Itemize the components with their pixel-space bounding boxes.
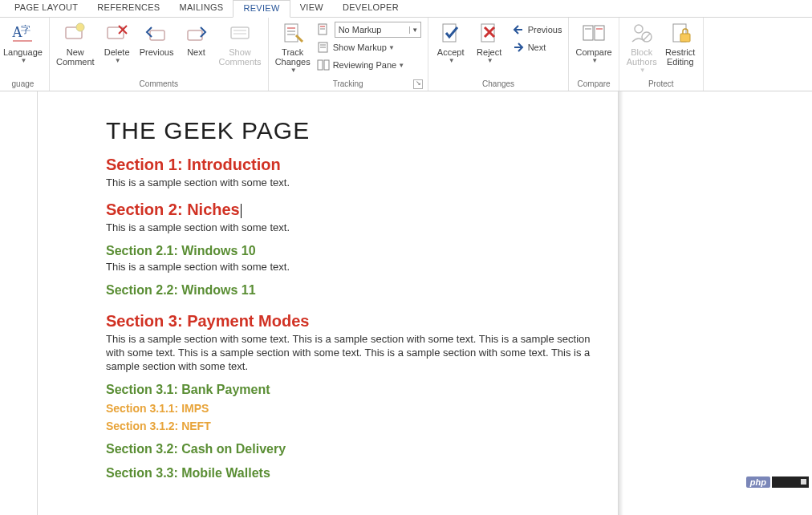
- document-title: THE GEEK PAGE: [106, 117, 595, 144]
- chevron-down-icon: ▼: [115, 57, 121, 64]
- tab-review[interactable]: REVIEW: [233, 0, 290, 18]
- heading-section-3: Section 3: Payment Modes: [106, 312, 595, 330]
- markup-dropdown[interactable]: No Markup ▼: [335, 22, 421, 38]
- body-text: This is a sample section with some text.: [106, 176, 595, 189]
- svg-rect-12: [285, 24, 298, 42]
- accept-button[interactable]: Accept ▼: [432, 19, 470, 64]
- chevron-down-icon: ▼: [449, 57, 455, 64]
- svg-rect-8: [188, 30, 202, 40]
- heading-section-3-1-2: Section 3.1.2: NEFT: [106, 420, 595, 432]
- new-comment-label: New Comment: [56, 47, 95, 67]
- show-markup-icon: [317, 41, 330, 54]
- svg-line-36: [644, 34, 650, 40]
- next-label: Next: [187, 47, 205, 57]
- next-change-button[interactable]: Next: [509, 39, 566, 56]
- language-label: Language: [3, 47, 43, 57]
- previous-change-icon: [512, 23, 525, 36]
- tab-developer[interactable]: DEVELOPER: [333, 0, 408, 17]
- body-text: This is a sample section with some text.: [106, 221, 595, 234]
- svg-rect-9: [231, 27, 249, 39]
- chevron-down-icon: ▼: [409, 26, 420, 34]
- group-label-language: guage: [0, 78, 46, 91]
- track-changes-label: Track Changes: [275, 47, 311, 67]
- language-icon: A字: [10, 21, 35, 47]
- group-label-comments: Comments: [53, 78, 265, 91]
- new-comment-icon: [63, 21, 88, 47]
- reviewing-pane-label: Reviewing Pane: [333, 60, 397, 70]
- ribbon: A字 Language ▼ guage New Comment Delete ▼: [0, 18, 812, 91]
- svg-point-34: [635, 25, 643, 33]
- restrict-editing-icon: [668, 21, 693, 47]
- heading-section-2: Section 2: Niches: [106, 201, 595, 219]
- body-text: This is a sample section with some text.…: [106, 332, 595, 373]
- reject-icon: [477, 21, 502, 47]
- group-label-changes: Changes: [432, 78, 566, 91]
- chevron-down-icon: ▼: [398, 62, 404, 69]
- show-markup-button[interactable]: Show Markup ▼: [314, 39, 424, 56]
- heading-section-1: Section 1: Introduction: [106, 156, 595, 174]
- block-authors-button: Block Authors ▼: [623, 19, 661, 74]
- watermark-badge: php: [746, 475, 809, 489]
- delete-label: Delete: [104, 47, 130, 57]
- previous-change-button[interactable]: Previous: [509, 21, 566, 39]
- show-markup-label: Show Markup: [333, 43, 387, 52]
- tab-references[interactable]: REFERENCES: [87, 0, 169, 17]
- group-label-protect: Protect: [623, 78, 700, 91]
- svg-text:字: 字: [21, 24, 30, 35]
- show-comments-label: Show Comments: [218, 47, 261, 67]
- reject-button[interactable]: Reject ▼: [470, 19, 509, 64]
- restrict-editing-button[interactable]: Restrict Editing: [661, 19, 700, 67]
- page-shadow: [619, 91, 623, 515]
- show-comments-icon: [227, 21, 253, 47]
- reject-label: Reject: [477, 47, 501, 57]
- track-changes-button[interactable]: Track Changes ▼: [272, 19, 314, 74]
- previous-comment-icon: [144, 21, 169, 47]
- svg-rect-38: [680, 34, 690, 42]
- block-authors-label: Block Authors: [627, 47, 657, 67]
- chevron-down-icon: ▼: [290, 67, 297, 74]
- next-change-label: Next: [528, 43, 546, 52]
- heading-section-3-1-1: Section 3.1.1: IMPS: [106, 402, 595, 415]
- document-body[interactable]: THE GEEK PAGE Section 1: Introduction Th…: [106, 117, 595, 482]
- chevron-down-icon: ▼: [21, 57, 27, 64]
- svg-rect-7: [150, 30, 164, 40]
- document-icon: [317, 23, 330, 36]
- next-comment-button[interactable]: Next: [177, 19, 215, 57]
- tracking-dialog-launcher[interactable]: [413, 79, 423, 89]
- language-button[interactable]: A字 Language ▼: [0, 19, 46, 64]
- next-comment-icon: [183, 21, 209, 47]
- compare-icon: [581, 21, 607, 47]
- heading-section-2-2: Section 2.2: Windows 11: [106, 283, 595, 298]
- heading-section-3-3: Section 3.3: Mobile Wallets: [106, 466, 595, 481]
- compare-button[interactable]: Compare ▼: [572, 19, 615, 64]
- tab-view[interactable]: VIEW: [290, 0, 333, 17]
- chevron-down-icon: ▼: [591, 57, 598, 64]
- tab-mailings[interactable]: MAILINGS: [170, 0, 233, 17]
- previous-change-label: Previous: [528, 25, 562, 34]
- display-for-review-combo[interactable]: No Markup ▼: [314, 21, 424, 39]
- ribbon-tabs: PAGE LAYOUT REFERENCES MAILINGS REVIEW V…: [0, 0, 812, 18]
- accept-icon: [438, 21, 464, 47]
- svg-rect-22: [318, 60, 323, 70]
- next-change-icon: [512, 41, 525, 54]
- page-left-edge: [37, 91, 38, 515]
- php-badge: php: [746, 476, 770, 488]
- show-comments-button: Show Comments: [215, 19, 264, 67]
- chevron-down-icon: ▼: [639, 67, 646, 74]
- delete-comment-icon: [104, 21, 130, 47]
- chevron-down-icon: ▼: [487, 57, 493, 64]
- reviewing-pane-button[interactable]: Reviewing Pane ▼: [314, 56, 424, 74]
- svg-rect-30: [583, 26, 593, 40]
- tab-page-layout[interactable]: PAGE LAYOUT: [5, 0, 87, 17]
- heading-section-2-1: Section 2.1: Windows 10: [106, 244, 595, 258]
- svg-point-3: [76, 23, 84, 31]
- text-cursor: [241, 204, 242, 218]
- previous-comment-button[interactable]: Previous: [136, 19, 177, 57]
- markup-value: No Markup: [339, 25, 382, 34]
- track-changes-icon: [280, 21, 306, 47]
- svg-rect-23: [324, 60, 329, 70]
- previous-label: Previous: [140, 47, 174, 57]
- restrict-editing-label: Restrict Editing: [665, 47, 695, 67]
- delete-comment-button[interactable]: Delete ▼: [98, 19, 136, 64]
- new-comment-button[interactable]: New Comment: [53, 19, 98, 67]
